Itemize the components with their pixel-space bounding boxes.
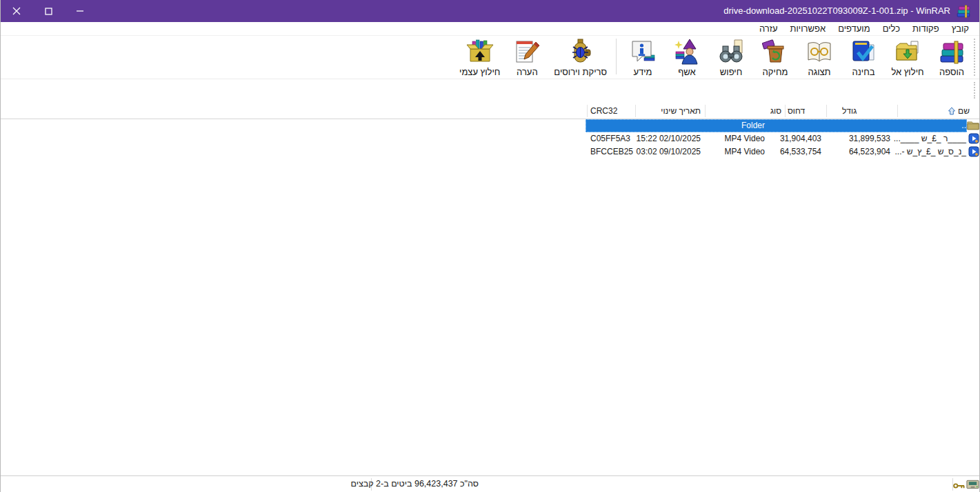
winrar-window: { "window": { "title": "drive-download-2… (0, 0, 980, 492)
drive-icon[interactable] (966, 480, 979, 492)
table-row-file-1[interactable]: ...____ ש_£_ ר____ 31,899,533 31,904,403… (1, 132, 980, 145)
toolbar-button-delete[interactable]: מחיקה (753, 36, 797, 77)
file-list: שם גודל דחוס סוג תאריך שינוי CRC32 .. Fo… (1, 102, 980, 475)
delete-icon (761, 38, 789, 65)
table-row-parent-folder[interactable]: .. Folder (1, 119, 980, 132)
comment-icon (513, 38, 541, 65)
mp4-video-icon (968, 146, 979, 159)
column-header-type[interactable]: סוג (770, 106, 781, 116)
window-controls (1, 0, 96, 22)
addressbar-gripper (974, 82, 978, 99)
file-list-header: שם גודל דחוס סוג תאריך שינוי CRC32 (1, 103, 980, 119)
selection-highlight (586, 119, 967, 132)
key-icon[interactable] (953, 480, 965, 492)
find-files-icon (717, 38, 745, 65)
file-name: ...- ש_ץ_£_ ש_ס_נ_ (895, 147, 967, 156)
column-header-crc32[interactable]: CRC32 (590, 106, 617, 116)
view-file-icon (806, 38, 833, 65)
maximize-button[interactable] (32, 0, 64, 22)
menu-favorites[interactable]: מועדפים (832, 23, 877, 34)
toolbar-button-view[interactable]: תצוגה (797, 36, 841, 77)
column-header-name[interactable]: שם (958, 106, 970, 116)
wizard-icon (673, 38, 701, 65)
title-bar: drive-download-20251022T093009Z-1-001.zi… (1, 0, 980, 22)
file-crc32: C05FF5A3 (590, 134, 630, 143)
toolbar-separator (616, 39, 617, 74)
table-row-file-2[interactable]: ...- ש_ץ_£_ ש_ס_נ_ 64,523,904 64,533,754… (1, 145, 980, 158)
close-button[interactable] (1, 0, 32, 22)
menu-commands[interactable]: פקודות (906, 23, 946, 34)
file-type: Folder (741, 121, 765, 130)
sfx-icon (466, 38, 494, 65)
toolbar-label: הוספה (939, 67, 964, 77)
file-type: MP4 Video (725, 134, 765, 143)
toolbar-label: הערה (517, 67, 538, 77)
file-size: 31,899,533 (849, 134, 890, 143)
toolbar-label: סריקת וירוסים (554, 67, 607, 77)
file-type: MP4 Video (725, 147, 765, 156)
toolbar-button-info[interactable]: מידע (621, 36, 665, 77)
toolbar-button-extract-to[interactable]: חילוץ אל (886, 36, 930, 77)
mp4-video-icon (968, 133, 979, 146)
toolbar-label: חיפוש (720, 67, 742, 77)
header-divider (635, 105, 636, 117)
virus-scan-icon (567, 38, 594, 65)
close-icon (12, 7, 21, 15)
header-divider (897, 105, 898, 117)
file-name: ...____ ש_£_ ר____ (894, 134, 966, 143)
file-crc32: BFCCEB25 (590, 147, 633, 156)
minimize-button[interactable] (64, 0, 96, 22)
file-size: 64,523,904 (849, 147, 890, 156)
winrar-app-icon (956, 3, 971, 21)
folder-icon (967, 120, 979, 132)
toolbar: הוספה חילוץ אל בחינה תצוגה מחיקה חיפוש א… (1, 36, 980, 79)
status-bar: סה"כ 96,423,437 ביטים ב-2 קבצים (1, 475, 980, 492)
column-header-modified[interactable]: תאריך שינוי (661, 106, 701, 116)
toolbar-button-test[interactable]: בחינה (841, 36, 886, 77)
status-total-text: סה"כ 96,423,437 ביטים ב-2 קבצים (350, 479, 479, 489)
header-divider (705, 105, 706, 117)
menu-options[interactable]: אפשרויות (783, 23, 832, 34)
info-icon (629, 38, 657, 65)
column-header-packed[interactable]: דחוס (788, 106, 805, 116)
toolbar-button-virus-scan[interactable]: סריקת וירוסים (549, 36, 612, 77)
address-bar-row: drive-download-20251022T093009Z-1-001.zi… (1, 79, 980, 103)
header-divider (587, 105, 588, 117)
toolbar-label: חילוץ עצמי (459, 67, 500, 77)
toolbar-label: אשף (678, 67, 696, 77)
menu-tools[interactable]: כלים (877, 23, 906, 34)
toolbar-label: מידע (633, 67, 652, 77)
maximize-icon (45, 8, 52, 15)
toolbar-gripper (974, 39, 978, 76)
minimize-icon (76, 7, 84, 15)
toolbar-button-comment[interactable]: הערה (505, 36, 549, 77)
toolbar-button-sfx[interactable]: חילוץ עצמי (454, 36, 505, 77)
sort-ascending-icon (948, 107, 956, 117)
toolbar-label: תצוגה (808, 67, 830, 77)
toolbar-button-find[interactable]: חיפוש (709, 36, 753, 77)
toolbar-label: מחיקה (763, 67, 788, 77)
toolbar-button-add[interactable]: הוספה (930, 36, 974, 77)
menu-help[interactable]: עזרה (753, 23, 784, 34)
file-packed-size: 64,533,754 (780, 147, 821, 156)
file-modified: 03:02 09/10/2025 (637, 147, 701, 156)
menu-bar: קובץ פקודות כלים מועדפים אפשרויות עזרה (1, 22, 980, 36)
test-archive-icon (850, 38, 877, 65)
header-divider (785, 105, 786, 117)
header-divider (826, 105, 827, 117)
file-packed-size: 31,904,403 (780, 134, 821, 143)
extract-to-icon (894, 38, 921, 65)
toolbar-label: בחינה (852, 67, 875, 77)
toolbar-button-wizard[interactable]: אשף (665, 36, 709, 77)
file-modified: 15:22 02/10/2025 (637, 134, 701, 143)
add-archive-icon (938, 38, 966, 65)
toolbar-label: חילוץ אל (891, 67, 923, 77)
column-header-size[interactable]: גודל (842, 106, 857, 116)
file-name: .. (961, 121, 966, 130)
menu-file[interactable]: קובץ (946, 23, 975, 34)
window-title: drive-download-20251022T093009Z-1-001.zi… (723, 0, 950, 22)
